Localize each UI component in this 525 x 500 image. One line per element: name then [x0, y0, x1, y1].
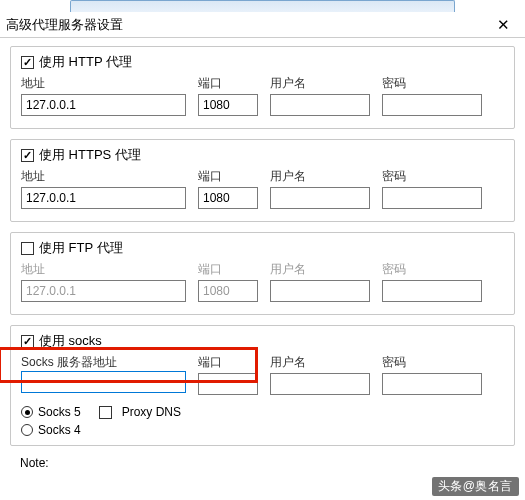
http-user-input[interactable]	[270, 94, 370, 116]
http-proxy-group: 使用 HTTP 代理 地址 端口 用户名 密码	[10, 46, 515, 129]
proxy-dns-checkbox[interactable]	[99, 406, 112, 419]
use-ftp-checkbox[interactable]	[21, 242, 34, 255]
ftp-port-input[interactable]	[198, 280, 258, 302]
https-port-input[interactable]	[198, 187, 258, 209]
socks-pass-label: 密码	[382, 354, 482, 371]
https-proxy-group: 使用 HTTPS 代理 地址 端口 用户名 密码	[10, 139, 515, 222]
http-port-label: 端口	[198, 75, 258, 92]
socks4-label: Socks 4	[38, 423, 81, 437]
socks-user-label: 用户名	[270, 354, 370, 371]
ftp-proxy-group: 使用 FTP 代理 地址 端口 用户名 密码	[10, 232, 515, 315]
http-address-label: 地址	[21, 75, 186, 92]
proxy-dns-label: Proxy DNS	[122, 405, 181, 419]
http-pass-input[interactable]	[382, 94, 482, 116]
use-socks-checkbox[interactable]	[21, 335, 34, 348]
close-icon[interactable]: ✕	[487, 12, 519, 37]
ftp-user-label: 用户名	[270, 261, 370, 278]
https-address-label: 地址	[21, 168, 186, 185]
ftp-user-input[interactable]	[270, 280, 370, 302]
socks-port-label: 端口	[198, 354, 258, 371]
titlebar: 高级代理服务器设置 ✕	[0, 12, 525, 38]
ftp-port-label: 端口	[198, 261, 258, 278]
https-pass-label: 密码	[382, 168, 482, 185]
use-http-label: 使用 HTTP 代理	[39, 53, 132, 71]
socks-pass-input[interactable]	[382, 373, 482, 395]
https-user-input[interactable]	[270, 187, 370, 209]
socks4-radio[interactable]	[21, 424, 33, 436]
use-http-checkbox[interactable]	[21, 56, 34, 69]
watermark: 头条@奥名言	[432, 477, 519, 496]
http-port-input[interactable]	[198, 94, 258, 116]
socks-address-input[interactable]	[21, 371, 186, 393]
http-pass-label: 密码	[382, 75, 482, 92]
socks-address-label: Socks 服务器地址	[21, 354, 186, 371]
https-address-input[interactable]	[21, 187, 186, 209]
note-label: Note:	[20, 456, 515, 470]
ftp-address-input[interactable]	[21, 280, 186, 302]
http-address-input[interactable]	[21, 94, 186, 116]
socks-proxy-group: 使用 socks Socks 服务器地址 端口 用户名 密码 S	[10, 325, 515, 446]
window-title: 高级代理服务器设置	[6, 16, 487, 34]
ftp-address-label: 地址	[21, 261, 186, 278]
background-window-fragment	[70, 0, 455, 12]
use-https-checkbox[interactable]	[21, 149, 34, 162]
ftp-pass-label: 密码	[382, 261, 482, 278]
https-user-label: 用户名	[270, 168, 370, 185]
socks-port-input[interactable]	[198, 373, 258, 395]
use-https-label: 使用 HTTPS 代理	[39, 146, 141, 164]
socks-user-input[interactable]	[270, 373, 370, 395]
http-user-label: 用户名	[270, 75, 370, 92]
https-pass-input[interactable]	[382, 187, 482, 209]
https-port-label: 端口	[198, 168, 258, 185]
use-socks-label: 使用 socks	[39, 332, 102, 350]
socks5-radio[interactable]	[21, 406, 33, 418]
dialog-content: 使用 HTTP 代理 地址 端口 用户名 密码 使用 HTTPS	[0, 38, 525, 470]
use-ftp-label: 使用 FTP 代理	[39, 239, 123, 257]
ftp-pass-input[interactable]	[382, 280, 482, 302]
socks5-label: Socks 5	[38, 405, 81, 419]
